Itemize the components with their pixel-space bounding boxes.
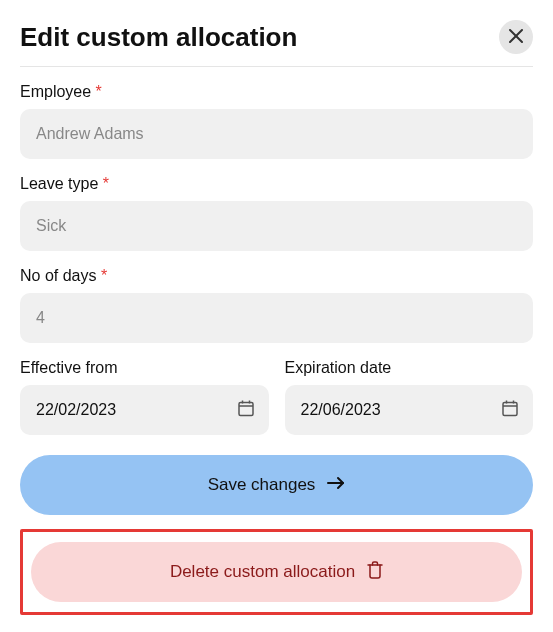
expiration-date-input[interactable] — [285, 385, 534, 435]
effective-from-label: Effective from — [20, 359, 269, 377]
delete-highlight-box: Delete custom allocation — [20, 529, 533, 615]
employee-field-group: Employee * — [20, 83, 533, 159]
expiration-date-group: Expiration date — [285, 359, 534, 435]
delete-button[interactable]: Delete custom allocation — [31, 542, 522, 602]
close-button[interactable] — [499, 20, 533, 54]
required-indicator: * — [103, 175, 109, 192]
trash-icon — [367, 561, 383, 584]
arrow-right-icon — [327, 475, 345, 495]
no-of-days-label: No of days * — [20, 267, 533, 285]
save-button[interactable]: Save changes — [20, 455, 533, 515]
employee-input[interactable] — [20, 109, 533, 159]
edit-allocation-modal: Edit custom allocation Employee * Leave … — [0, 0, 553, 632]
divider — [20, 66, 533, 67]
expiration-date-label: Expiration date — [285, 359, 534, 377]
no-of-days-field-group: No of days * — [20, 267, 533, 343]
leave-type-label: Leave type * — [20, 175, 533, 193]
effective-from-input[interactable] — [20, 385, 269, 435]
employee-label: Employee * — [20, 83, 533, 101]
effective-from-group: Effective from — [20, 359, 269, 435]
required-indicator: * — [96, 83, 102, 100]
leave-type-field-group: Leave type * — [20, 175, 533, 251]
no-of-days-input[interactable] — [20, 293, 533, 343]
date-row: Effective from Expiration date — [20, 359, 533, 435]
delete-button-label: Delete custom allocation — [170, 562, 355, 582]
modal-title: Edit custom allocation — [20, 22, 297, 53]
leave-type-input[interactable] — [20, 201, 533, 251]
close-icon — [509, 29, 523, 46]
expiration-date-wrapper — [285, 385, 534, 435]
effective-from-wrapper — [20, 385, 269, 435]
modal-header: Edit custom allocation — [20, 20, 533, 54]
required-indicator: * — [101, 267, 107, 284]
save-button-label: Save changes — [208, 475, 316, 495]
